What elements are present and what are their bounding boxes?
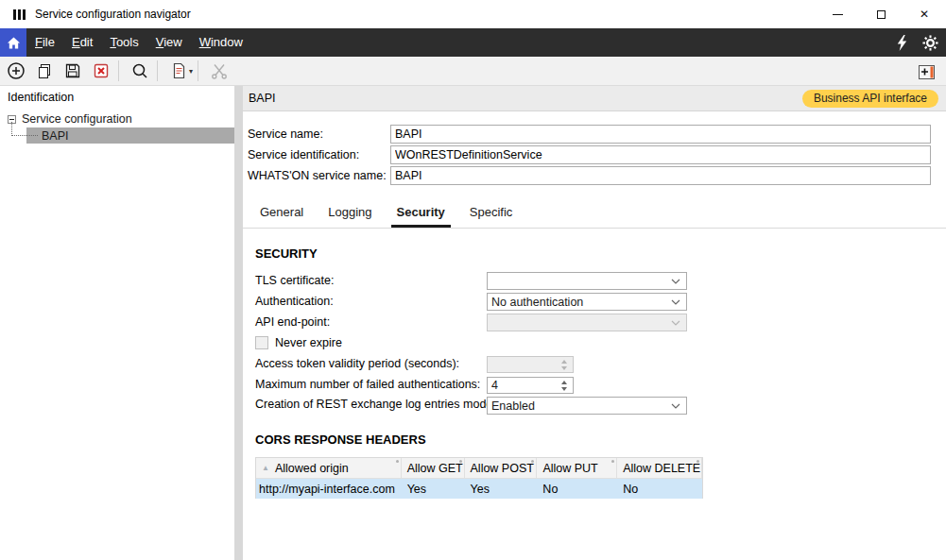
cors-table-header: ▲ Allowed origin Allow GET Allow POST Al… [256,458,702,479]
maximize-button[interactable] [859,0,903,28]
filter-dot-icon [459,460,462,463]
copy-icon [35,61,54,80]
chevron-down-icon [671,299,680,305]
service-name-label: Service name: [248,125,323,144]
menu-file[interactable]: File [26,28,63,57]
maximize-icon [877,10,886,19]
cors-table: ▲ Allowed origin Allow GET Allow POST Al… [255,457,703,499]
spin-up-icon [561,381,567,384]
max-failed-auth-spinner[interactable]: 4 [487,377,574,394]
toolbar: ▾ [0,57,946,86]
sidebar-header: Identification [8,91,74,104]
add-icon [7,61,26,80]
rest-log-mode-select[interactable]: Enabled [487,397,687,415]
home-icon [7,36,21,50]
save-icon [63,61,82,80]
cut-button[interactable] [207,59,232,83]
cell-allow-post: Yes [465,479,538,499]
home-button[interactable] [0,28,26,57]
cors-heading: CORS RESPONSE HEADERS [255,433,426,447]
detail-title: BAPI [249,92,276,105]
filter-dot-icon [697,460,699,463]
cell-allow-put: No [537,479,617,499]
cell-allow-delete: No [617,479,702,499]
sort-ascending-icon: ▲ [262,464,269,472]
spin-up-icon [561,360,567,364]
chevron-down-icon [671,320,680,326]
save-button[interactable] [60,59,85,83]
token-validity-spinner [487,356,574,373]
close-button[interactable]: ✕ [903,0,946,28]
window-controls: ✕ [816,0,946,28]
delete-icon [92,61,111,80]
tab-specific[interactable]: Specific [464,201,519,228]
column-allow-put[interactable]: Allow PUT [537,458,617,478]
cell-allowed-origin: http://myapi-interface.com [256,479,402,499]
gear-icon [922,35,938,51]
tree-guide-line [11,122,12,136]
whatson-service-name-input[interactable] [390,166,931,185]
security-heading: SECURITY [255,246,318,261]
filter-dot-icon [396,460,399,463]
service-identification-label: Service identification: [248,145,359,164]
never-expire-label: Never expire [275,336,342,349]
service-name-input[interactable] [390,125,931,144]
report-button[interactable] [166,59,191,83]
lightning-button[interactable] [891,32,912,53]
token-validity-label: Access token validity period (seconds): [255,355,459,373]
add-button[interactable] [4,59,28,83]
toolbar-separator [118,60,119,81]
never-expire-checkbox[interactable] [255,336,268,349]
tls-certificate-label: TLS certificate: [255,272,334,290]
menu-window[interactable]: Window [191,28,251,57]
tab-bar: General Logging Security Specific [254,201,518,228]
identification-panel: Identification Service configuration BAP… [0,86,234,560]
window-title: Service configuration navigator [35,8,191,21]
title-bar: Service configuration navigator ✕ [0,0,946,28]
tree-guide-line [12,135,38,136]
chevron-down-icon [671,279,680,284]
menu-edit[interactable]: Edit [63,28,101,57]
report-icon [169,61,188,80]
max-failed-auth-label: Maximum number of failed authentications… [255,376,480,394]
search-button[interactable] [128,59,152,83]
table-row[interactable]: http://myapi-interface.com Yes Yes No No [256,479,702,499]
copy-button[interactable] [32,59,57,83]
authentication-label: Authentication: [255,293,334,311]
column-allow-post[interactable]: Allow POST [465,458,538,478]
spinner-arrows[interactable] [558,381,571,391]
tls-certificate-select[interactable] [487,272,687,290]
app-logo-icon [13,9,26,20]
service-identification-input[interactable] [390,145,931,164]
tree-node-service-configuration[interactable]: Service configuration [0,111,132,127]
tab-divider [243,228,946,229]
delete-button[interactable] [89,59,113,83]
menu-view[interactable]: View [147,28,191,57]
panel-splitter[interactable] [234,86,243,560]
settings-button[interactable] [920,32,940,53]
chevron-down-icon [671,403,680,409]
minimize-icon [833,14,843,15]
tab-general[interactable]: General [254,201,309,228]
tree-node-bapi[interactable]: BAPI [26,127,234,144]
whatson-service-name-label: WHATS'ON service name: [248,166,387,185]
filter-dot-icon [611,460,614,463]
column-allowed-origin[interactable]: ▲ Allowed origin [256,458,402,478]
report-dropdown-button[interactable]: ▾ [189,67,193,76]
detail-header: BAPI Business API interface [243,86,946,111]
spinner-arrows [558,360,571,370]
tab-logging[interactable]: Logging [322,201,377,228]
toolbar-separator [198,60,198,81]
add-panel-button[interactable] [914,59,938,84]
authentication-select[interactable]: No authentication [487,293,687,311]
lightning-icon [895,35,908,51]
column-allow-delete[interactable]: Allow DELETE [617,458,702,478]
tab-security[interactable]: Security [391,201,451,228]
menu-bar: File Edit Tools View Window [0,28,946,57]
add-panel-icon [917,62,937,82]
main-panel: BAPI Business API interface Service name… [243,86,946,560]
column-allow-get[interactable]: Allow GET [402,458,465,478]
interface-type-badge[interactable]: Business API interface [802,90,938,108]
menu-tools[interactable]: Tools [101,28,146,57]
minimize-button[interactable] [816,0,859,28]
